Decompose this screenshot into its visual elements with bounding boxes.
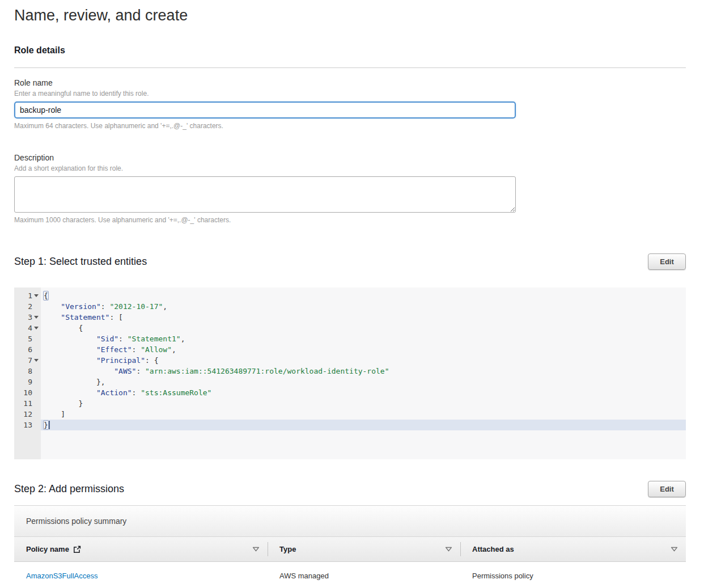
policy-table-header: Policy nameTypeAttached as	[14, 537, 686, 562]
line-number: 10	[14, 387, 41, 398]
code-line[interactable]: 2 "Version": "2012-10-17",	[14, 301, 686, 312]
cell-type: AWS managed	[268, 572, 460, 580]
code-line[interactable]: 8 "AWS": "arn:aws:iam::541263489771:role…	[14, 366, 686, 377]
sort-icon[interactable]	[252, 547, 260, 552]
line-number: 1	[14, 290, 41, 301]
line-number: 7	[14, 355, 41, 366]
role-name-help: Enter a meaningful name to identify this…	[14, 90, 686, 98]
cell-attached-as: Permissions policy	[460, 572, 686, 580]
fold-arrow-icon[interactable]	[34, 294, 39, 297]
description-textarea[interactable]	[14, 176, 516, 213]
sort-icon[interactable]	[445, 547, 452, 552]
fold-arrow-icon[interactable]	[34, 359, 39, 362]
permissions-summary-header: Permissions policy summary	[14, 506, 686, 537]
step2-header-row: Step 2: Add permissions Edit	[14, 481, 686, 497]
code-line[interactable]: 4 {	[14, 323, 686, 333]
fold-arrow-icon[interactable]	[34, 327, 39, 329]
role-details-heading: Role details	[14, 45, 686, 56]
code-line[interactable]: 13}	[14, 420, 686, 430]
code-line[interactable]: 1{	[14, 290, 686, 301]
code-line[interactable]: 9 },	[14, 377, 686, 387]
role-name-field: Role name Enter a meaningful name to ide…	[14, 78, 686, 130]
code-line[interactable]: 7 "Principal": {	[14, 355, 686, 366]
line-number: 2	[14, 301, 41, 312]
column-header-attached-as[interactable]: Attached as	[460, 537, 686, 561]
role-name-label: Role name	[14, 78, 686, 87]
step2-heading: Step 2: Add permissions	[14, 483, 124, 495]
code-editor[interactable]: 1{2 "Version": "2012-10-17",3 "Statement…	[14, 287, 686, 459]
line-number: 8	[14, 366, 41, 377]
line-number: 6	[14, 344, 41, 355]
line-number: 9	[14, 377, 41, 387]
fold-arrow-icon[interactable]	[34, 316, 39, 319]
page-container: Name, review, and create Role details Ro…	[0, 7, 704, 588]
policy-name-link[interactable]: AmazonS3FullAccess	[26, 572, 97, 580]
permissions-panel: Permissions policy summary Policy nameTy…	[14, 505, 686, 588]
column-header-policy-name[interactable]: Policy name	[14, 537, 268, 561]
code-line[interactable]: 5 "Sid": "Statement1",	[14, 333, 686, 344]
cell-policy-name: AmazonS3FullAccess	[14, 572, 268, 580]
description-label: Description	[14, 153, 686, 162]
step1-header-row: Step 1: Select trusted entities Edit	[14, 253, 686, 270]
code-line[interactable]: 3 "Statement": [	[14, 312, 686, 323]
page-title: Name, review, and create	[14, 7, 686, 24]
line-number: 12	[14, 409, 41, 420]
line-number: 5	[14, 333, 41, 344]
external-link-icon	[73, 545, 81, 553]
code-line[interactable]: 11 }	[14, 398, 686, 409]
code-line[interactable]: 12 ]	[14, 409, 686, 420]
description-hint: Maximum 1000 characters. Use alphanumeri…	[14, 216, 686, 224]
policy-table-body: AmazonS3FullAccessAWS managedPermissions…	[14, 562, 686, 588]
role-name-input[interactable]	[14, 101, 516, 119]
code-lines: 1{2 "Version": "2012-10-17",3 "Statement…	[14, 287, 686, 430]
line-number: 13	[14, 420, 41, 430]
code-line[interactable]: 6 "Effect": "Allow",	[14, 344, 686, 355]
sort-icon[interactable]	[671, 547, 678, 552]
role-name-hint: Maximum 64 characters. Use alphanumeric …	[14, 122, 686, 130]
column-header-type[interactable]: Type	[268, 537, 460, 561]
step1-edit-button[interactable]: Edit	[648, 253, 686, 270]
step2-edit-button[interactable]: Edit	[648, 481, 686, 497]
table-row: AmazonS3FullAccessAWS managedPermissions…	[14, 562, 686, 588]
line-number: 3	[14, 312, 41, 323]
permissions-summary-title: Permissions policy summary	[26, 517, 126, 526]
description-help: Add a short explanation for this role.	[14, 164, 686, 172]
section-divider	[14, 67, 686, 68]
code-line[interactable]: 10 "Action": "sts:AssumeRole"	[14, 387, 686, 398]
description-field: Description Add a short explanation for …	[14, 153, 686, 224]
step1-heading: Step 1: Select trusted entities	[14, 256, 147, 268]
line-number: 4	[14, 323, 41, 333]
line-number: 11	[14, 398, 41, 409]
